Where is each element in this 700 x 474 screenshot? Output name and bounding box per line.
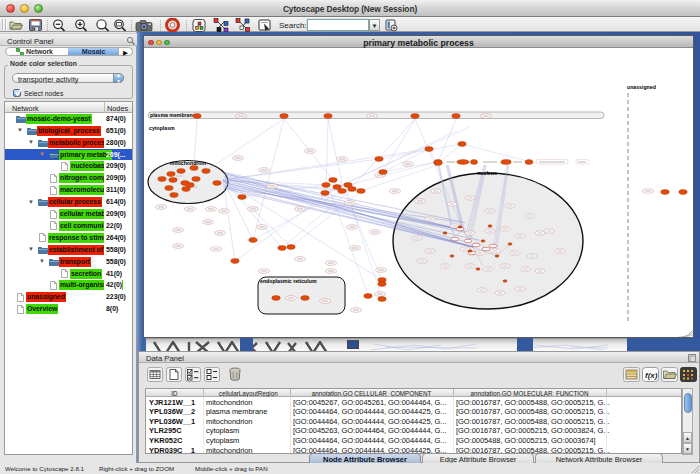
svg-text:plasma membrane: plasma membrane	[150, 112, 196, 118]
svg-text:nucleus: nucleus	[477, 170, 497, 176]
svg-text:unassigned: unassigned	[627, 84, 656, 90]
svg-text:f(x): f(x)	[645, 371, 658, 380]
svg-text:mitochondrion: mitochondrion	[170, 160, 206, 166]
svg-text:cytoplasm: cytoplasm	[149, 125, 175, 131]
svg-text:endoplasmic reticulum: endoplasmic reticulum	[260, 278, 317, 284]
